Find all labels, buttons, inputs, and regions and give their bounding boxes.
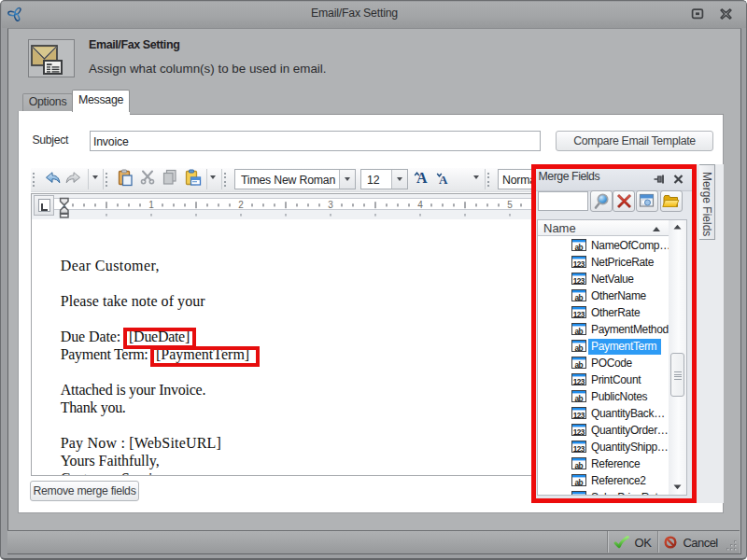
svg-text:5: 5: [507, 200, 513, 210]
svg-text:4: 4: [417, 200, 423, 210]
svg-text:2: 2: [238, 200, 244, 210]
svg-text:3: 3: [328, 200, 333, 210]
svg-text:1: 1: [148, 200, 154, 210]
